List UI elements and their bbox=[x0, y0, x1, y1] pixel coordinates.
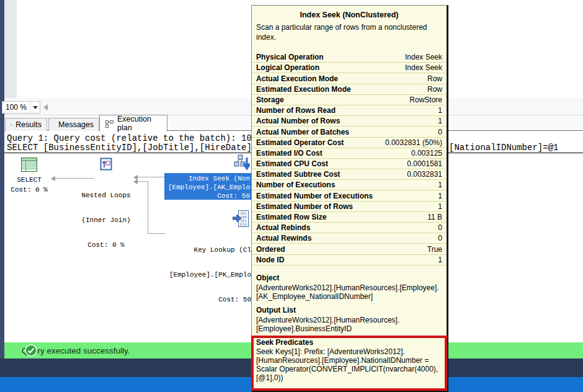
property-label: Estimated Number of Executions bbox=[256, 192, 373, 201]
zoom-dropdown-button[interactable] bbox=[30, 102, 40, 113]
query-statement-link-right[interactable]: [NationalIDNumber]=@1 bbox=[449, 143, 558, 153]
svg-text:010: 010 bbox=[240, 222, 247, 226]
tab-results-label: Results bbox=[16, 120, 42, 129]
index-seek-line2: [Employee].[AK_Emplo bbox=[168, 184, 250, 192]
execution-plan-icon: + bbox=[105, 119, 113, 128]
tooltip-property-row: Estimated Row Size 11 B bbox=[252, 212, 447, 223]
tooltip-property-row: Estimated Subtree Cost 0.0032831 bbox=[252, 169, 447, 180]
tooltip-property-row: Actual Rewinds 0 bbox=[252, 233, 447, 244]
connector-indexseek-nestedloops bbox=[138, 177, 164, 177]
property-label: Estimated Subtree Cost bbox=[256, 170, 340, 179]
ssms-window: 100 % Results Messages + bbox=[0, 0, 583, 392]
key-lookup-line2: [Employee].[PK_Emplo bbox=[164, 271, 251, 280]
property-label: Estimated CPU Cost bbox=[256, 159, 328, 169]
select-result-icon bbox=[20, 157, 38, 174]
output-list-line1: [AdventureWorks2012].[HumanResources]. bbox=[256, 316, 442, 324]
tab-execution-plan[interactable]: + Execution plan bbox=[99, 115, 167, 131]
nested-loops-line3: Cost: 0 % bbox=[75, 241, 137, 250]
key-lookup-icon: 101 10K 101 010 bbox=[233, 210, 249, 228]
plan-node-index-seek-selected[interactable]: Index Seek (Non [Employee].[AK_Emplo Cos… bbox=[164, 173, 251, 200]
tooltip-property-row: Physical Operation Index Seek bbox=[252, 52, 447, 63]
property-value: RowStore bbox=[409, 96, 442, 105]
success-check-icon bbox=[25, 344, 37, 357]
messages-document-icon bbox=[54, 120, 55, 129]
plan-node-key-lookup[interactable]: Key Lookup (Cl [Employee].[PK_Emplo Cost… bbox=[164, 230, 251, 321]
object-line2: [AK_Employee_NationalIDNumber] bbox=[256, 292, 442, 301]
object-heading: Object bbox=[256, 274, 279, 282]
property-value: Index Seek bbox=[405, 53, 442, 62]
property-value: 1 bbox=[438, 106, 442, 115]
tooltip-description-line1: Scan a particular range of rows from a n… bbox=[256, 22, 442, 32]
success-message: Query executed successfully. bbox=[22, 346, 130, 355]
property-label: Actual Rewinds bbox=[256, 234, 311, 243]
nested-loops-icon bbox=[99, 156, 113, 172]
output-list-heading: Output List bbox=[256, 306, 296, 314]
tooltip-property-row: Estimated CPU Cost 0.0001581 bbox=[252, 159, 447, 169]
tab-results[interactable]: Results bbox=[5, 118, 47, 131]
plan-node-nested-loops[interactable]: Nested Loops (Inner Join) Cost: 0 % bbox=[75, 176, 137, 266]
property-label: Estimated Execution Mode bbox=[256, 85, 351, 94]
arrow-to-select-icon bbox=[51, 176, 55, 181]
index-seek-icon bbox=[233, 154, 250, 172]
query-statement-link[interactable]: SELECT [BusinessEntityID],[JobTitle],[Hi… bbox=[7, 143, 252, 153]
property-value: 1 bbox=[438, 202, 442, 212]
tooltip-property-row: Storage RowStore bbox=[252, 95, 447, 105]
property-value: Row bbox=[427, 85, 442, 94]
tooltip-property-row: Estimated Operator Cost 0.0032831 (50%) bbox=[252, 138, 447, 148]
tooltip-property-row: Number of Rows Read 1 bbox=[252, 105, 447, 116]
tooltip-description: Scan a particular range of rows from a n… bbox=[256, 22, 442, 42]
tooltip-property-row: Actual Number of Batches 0 bbox=[252, 127, 447, 137]
property-label: Physical Operation bbox=[256, 53, 324, 62]
property-value: 1 bbox=[438, 180, 442, 190]
nested-loops-line1: Nested Loops bbox=[75, 192, 137, 200]
property-label: Number of Executions bbox=[256, 180, 335, 190]
query-cost-heading: Query 1: Query cost (relative to the bat… bbox=[7, 133, 252, 143]
tooltip-property-row: Actual Execution Mode Row bbox=[252, 73, 447, 84]
tooltip-property-row: Actual Number of Rows 1 bbox=[252, 116, 447, 127]
scrollbar-left-arrow[interactable] bbox=[43, 104, 48, 110]
seek-predicates-line4: [@1],0)) bbox=[256, 373, 442, 382]
key-lookup-line3: Cost: 50 bbox=[164, 296, 251, 305]
property-label: Storage bbox=[256, 96, 284, 105]
zoom-dropdown[interactable]: 100 % bbox=[2, 101, 40, 114]
output-list-line2: [Employee].BusinessEntityID bbox=[256, 324, 442, 333]
tab-messages[interactable]: Messages bbox=[48, 118, 99, 131]
property-value: 0.0032831 bbox=[407, 170, 442, 179]
property-label: Actual Rebinds bbox=[256, 223, 310, 233]
plan-node-select-label[interactable]: SELECT bbox=[7, 176, 51, 184]
property-label: Estimated Row Size bbox=[256, 213, 326, 222]
property-value: Index Seek bbox=[405, 63, 442, 73]
property-value: 1 bbox=[438, 256, 442, 265]
tooltip-property-row: Estimated Execution Mode Row bbox=[252, 84, 447, 95]
object-line1: [AdventureWorks2012].[HumanResources].[E… bbox=[256, 283, 442, 292]
tooltip-property-row: Actual Rebinds 0 bbox=[252, 223, 447, 233]
property-value: 1 bbox=[438, 192, 442, 201]
svg-text:+: + bbox=[109, 119, 110, 123]
property-value: 0.003125 bbox=[411, 149, 442, 158]
tooltip-property-row: Estimated I/O Cost 0.003125 bbox=[252, 148, 447, 159]
seek-predicates-line1: Seek Keys[1]: Prefix: [AdventureWorks201… bbox=[256, 347, 442, 356]
tooltip-property-rows: Physical Operation Index Seek Logical Op… bbox=[252, 52, 447, 265]
tooltip-property-row: Estimated Number of Executions 1 bbox=[252, 190, 447, 201]
property-value: 0 bbox=[438, 223, 442, 233]
property-value: Row bbox=[427, 74, 442, 84]
nested-loops-line2: (Inner Join) bbox=[75, 216, 137, 225]
results-grid-icon bbox=[11, 121, 12, 129]
property-label: Actual Execution Mode bbox=[256, 74, 338, 84]
property-value: 0 bbox=[438, 234, 442, 243]
property-value: 0.0001581 bbox=[407, 159, 442, 169]
connector-keylookup-elbow-top bbox=[138, 181, 148, 182]
property-label: Ordered bbox=[256, 245, 285, 254]
operator-tooltip: Index Seek (NonClustered) Scan a particu… bbox=[251, 5, 448, 392]
tooltip-property-row: Logical Operation Index Seek bbox=[252, 63, 447, 73]
window-left-edge bbox=[0, 0, 4, 359]
property-label: Estimated I/O Cost bbox=[256, 149, 323, 158]
property-label: Number of Rows Read bbox=[256, 106, 336, 115]
tooltip-property-row: Ordered True bbox=[252, 244, 447, 254]
property-value: 1 bbox=[438, 117, 442, 126]
arrow-from-keylookup-icon bbox=[133, 179, 138, 184]
tooltip-property-row: Number of Executions 1 bbox=[252, 180, 447, 190]
tab-execution-plan-label: Execution plan bbox=[117, 115, 162, 132]
property-label: Estimated Operator Cost bbox=[256, 138, 344, 148]
property-label: Actual Number of Rows bbox=[256, 117, 340, 126]
